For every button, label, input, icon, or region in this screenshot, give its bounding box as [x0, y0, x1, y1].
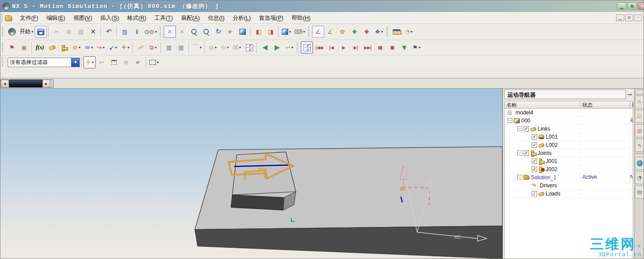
menu-preferences[interactable]: 首选项(P): [255, 13, 287, 23]
step-forward-button[interactable]: ▶|: [350, 41, 362, 54]
child-minimize-button[interactable]: ▁: [616, 14, 624, 21]
snap-point-button[interactable]: [108, 56, 120, 68]
menu-grip[interactable]: [1, 14, 4, 22]
cut-button[interactable]: ✂: [51, 26, 63, 38]
zoom-box-button[interactable]: [188, 26, 200, 38]
motion-body-button[interactable]: ▣: [18, 41, 30, 54]
smart-move-button[interactable]: ◨: [265, 26, 277, 38]
history-tab[interactable]: ◔: [635, 171, 644, 184]
spring-button[interactable]: ≈▾: [83, 41, 95, 54]
expander-minus[interactable]: −: [517, 150, 522, 155]
toolbar-grip[interactable]: [160, 27, 162, 37]
menu-view[interactable]: 视图(V): [69, 13, 97, 23]
slab-front-face[interactable]: [195, 226, 502, 259]
column-header-status[interactable]: 状态: [580, 101, 630, 108]
checkbox[interactable]: ✓: [524, 150, 529, 156]
scroll-thumb[interactable]: [9, 80, 42, 87]
measure-distance-button[interactable]: [391, 26, 403, 38]
interference-button[interactable]: ⧉▾: [147, 41, 159, 54]
vector-force-button[interactable]: ↙▾: [107, 41, 119, 54]
find-button[interactable]: ⊙⊙▾: [143, 26, 158, 38]
return-to-model-button[interactable]: ↩▾: [283, 41, 295, 54]
delete-button[interactable]: ×: [87, 26, 99, 38]
tree-row-J001[interactable]: ✓J001: [505, 157, 633, 165]
menu-analysis[interactable]: 分析(L): [229, 13, 255, 23]
toolbar-grip[interactable]: [2, 27, 4, 37]
previous-step-button[interactable]: ◀: [259, 41, 271, 54]
close-button[interactable]: ×: [638, 2, 644, 10]
start-menu-button[interactable]: 开始▾: [18, 26, 35, 38]
drag-button[interactable]: ☛: [132, 56, 144, 68]
next-step-button[interactable]: ▶: [271, 41, 283, 54]
menu-information[interactable]: 信息(I): [204, 13, 229, 23]
menu-tools[interactable]: 工具(T): [150, 13, 177, 23]
tree-row-Loads[interactable]: ✓Loads: [505, 190, 633, 198]
dynamic-csys-button[interactable]: ∠: [324, 26, 336, 38]
checkbox[interactable]: ✓: [532, 134, 537, 140]
animation-control-button[interactable]: ⌒▾: [191, 41, 203, 54]
rectangle-select-button[interactable]: ▾: [148, 56, 160, 68]
checkbox[interactable]: ✓: [532, 167, 537, 172]
rewind-button[interactable]: |◀◀: [313, 41, 325, 54]
viewport-3d[interactable]: J001 ZC XC C: [0, 88, 502, 259]
checkbox[interactable]: ✓: [532, 191, 537, 196]
tree-row-000[interactable]: −000动力学: [505, 117, 633, 125]
play-button[interactable]: ▶: [337, 41, 350, 54]
function-manager-button[interactable]: f(x): [34, 41, 46, 54]
expander-minus[interactable]: −: [507, 118, 512, 123]
toolbar-grip[interactable]: [297, 42, 299, 53]
menu-insert[interactable]: 插入(S): [96, 13, 123, 23]
child-close-button[interactable]: ×: [634, 14, 642, 21]
toolbar-grip[interactable]: [2, 42, 4, 53]
tree-row-J002[interactable]: ✓J002: [505, 165, 633, 173]
rotate-view-button[interactable]: ↻: [212, 26, 225, 38]
menu-assemblies[interactable]: 装配(A): [177, 13, 204, 23]
role-palette-button[interactable]: ✿: [336, 26, 349, 38]
column-header-name[interactable]: 名称: [505, 101, 580, 108]
display-properties-button[interactable]: ▥: [119, 26, 131, 38]
toolbar-grip[interactable]: [2, 57, 4, 68]
animation-check-button[interactable]: [301, 41, 313, 54]
column-header-environment[interactable]: 环境: [630, 101, 634, 108]
selection-filter-combo[interactable]: 没有选择过滤器▼: [8, 58, 80, 67]
menu-edit[interactable]: 编辑(E): [42, 13, 69, 23]
scroll-right-button[interactable]: ►: [42, 80, 50, 87]
pin-icon[interactable]: ⊸: [626, 91, 633, 98]
checkbox[interactable]: ✓: [524, 126, 529, 132]
expander-minus[interactable]: −: [517, 126, 522, 131]
roles-tab[interactable]: ▤: [635, 186, 644, 199]
scroll-left-button[interactable]: ◄: [1, 80, 9, 87]
tree-row-Drivers[interactable]: Drivers: [505, 182, 633, 190]
move-link-button[interactable]: ◧: [253, 26, 265, 38]
fit-selection-button[interactable]: ✕: [176, 26, 188, 38]
general-selection-button[interactable]: +▾: [83, 56, 96, 68]
view-operations-button[interactable]: ❖: [361, 26, 373, 38]
perspective-button[interactable]: [237, 26, 249, 38]
measure-angle-button[interactable]: ◔▾: [403, 26, 415, 38]
spreadsheet-button[interactable]: ☒▾: [231, 41, 243, 54]
menu-help[interactable]: 帮助(H): [287, 13, 314, 23]
menu-file[interactable]: 文件(F): [16, 13, 42, 23]
finish-flag-button[interactable]: ⚑▾: [410, 41, 423, 54]
solve-button[interactable]: ▦: [163, 41, 175, 54]
step-back-button[interactable]: |◀: [325, 41, 337, 54]
tree-row-L001[interactable]: ✓L001: [505, 133, 633, 141]
rotate-point-button[interactable]: ⊕: [120, 56, 132, 68]
assembly-navigator-tab[interactable]: ✎: [635, 95, 644, 109]
expand-animation-button[interactable]: ▼: [398, 41, 410, 54]
gear-button[interactable]: ⚙▾: [70, 41, 83, 54]
information-button[interactable]: ℹ: [131, 26, 143, 38]
block-front-face[interactable]: [231, 195, 284, 210]
pause-button[interactable]: ▮▮: [374, 41, 386, 54]
tree-row-Joints[interactable]: −✓Joints: [505, 149, 633, 157]
curve-contact-button[interactable]: ↪▾: [95, 41, 107, 54]
link-button[interactable]: [46, 41, 58, 54]
checkbox[interactable]: ✓: [532, 159, 537, 164]
deselect-button[interactable]: ↩: [96, 56, 108, 68]
joint-button[interactable]: [58, 41, 70, 54]
graphing-button[interactable]: ◎▾: [207, 41, 219, 54]
reuse-library-tab[interactable]: ▥: [635, 124, 644, 137]
tree-row-Links[interactable]: −✓Links: [505, 125, 633, 133]
horizontal-scrollbar[interactable]: ◄ ►: [0, 79, 54, 88]
restore-button[interactable]: ⧉: [627, 2, 637, 10]
